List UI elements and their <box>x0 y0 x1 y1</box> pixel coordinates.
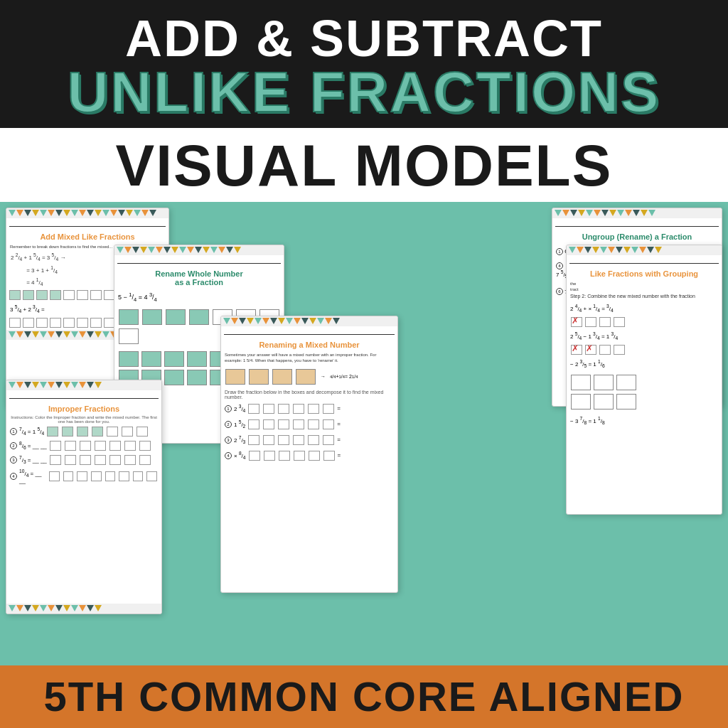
fbox-12 <box>50 318 61 328</box>
fbox-15 <box>90 318 102 328</box>
bunting-5 <box>221 316 397 326</box>
improper-problem-4: 4 10/4 = __ __ <box>6 467 161 486</box>
improper-problem-2: 2 8/6 = __ __ <box>6 439 161 453</box>
improper-problem-3: 3 7/3 = __ __ <box>6 453 161 467</box>
tri-9 <box>71 210 78 216</box>
worksheet-renaming: Renaming a Mixed Number Sometimes your a… <box>220 316 398 593</box>
bunting-2 <box>114 245 284 255</box>
renaming-p4: 4 × 8/4 = <box>221 448 397 464</box>
renaming-instruction: Draw the fraction below in the boxes and… <box>221 388 397 401</box>
tri-4 <box>32 210 39 216</box>
renaming-visual: → 4/4 + 1/4 = 2 1/4 <box>221 365 397 388</box>
renaming-p3: 3 2 7/3 = <box>221 432 397 448</box>
main-container: ADD & SUBTRACT UNLIKE FRACTIONS VISUAL M… <box>0 0 728 728</box>
fbox-6 <box>77 290 88 300</box>
like-eq-4: − 3 7/8 = 1 1/8 <box>567 414 722 427</box>
like-boxes-1: ✗ <box>567 315 722 329</box>
tri-3 <box>24 210 31 216</box>
ws-like-fractions-title: Like Fractions with Grouping <box>567 267 722 279</box>
name-line-6 <box>569 257 719 264</box>
worksheet-like-fractions: Like Fractions with Grouping the tract S… <box>566 245 722 515</box>
tri-5 <box>40 210 47 216</box>
tri-14 <box>110 210 117 216</box>
name-line-3 <box>9 392 159 399</box>
header-line2: UNLIKE FRACTIONS <box>68 64 661 121</box>
header: ADD & SUBTRACT UNLIKE FRACTIONS <box>0 0 728 128</box>
tri-2 <box>16 210 23 216</box>
tri-18 <box>141 210 149 216</box>
fbox-2 <box>23 290 34 300</box>
renaming-p2: 2 1 5/2 = <box>221 417 397 432</box>
like-eq-2: 2 5/4 − 1 3/4 = 1 3/4 <box>567 329 722 343</box>
like-boxes-3 <box>567 370 722 414</box>
tri-15 <box>118 210 125 216</box>
tri-12 <box>95 210 102 216</box>
fbox-9 <box>9 318 21 328</box>
visual-models-title: VISUAL MODELS <box>116 136 613 195</box>
tri-11 <box>87 210 94 216</box>
fbox-14 <box>77 318 88 328</box>
like-boxes-2: ✗ ✗ <box>567 343 722 357</box>
tri-19 <box>149 210 156 216</box>
fbox-7 <box>90 290 102 300</box>
ws-ungroup-title: Ungroup (Rename) a Fraction <box>552 230 722 242</box>
tri-7 <box>55 210 63 216</box>
like-eq-1: 2 4/4 + × 1/4 = 3/4 <box>567 301 722 315</box>
rename-eq: 5 − 1/4 = 4 3/4 <box>114 288 284 306</box>
bunting-3b <box>6 604 161 614</box>
bunting-6 <box>567 245 722 255</box>
worksheet-improper: Improper Fractions Instructions: Color t… <box>6 380 162 614</box>
fbox-3 <box>36 290 48 300</box>
name-line-2 <box>117 257 281 264</box>
ws-add-mixed-title: Add Mixed Like Fractions <box>6 230 168 242</box>
ws-renaming-desc: Sometimes your answer will have a mixed … <box>221 350 397 365</box>
name-line-5 <box>224 328 395 335</box>
fbox-4 <box>50 290 61 300</box>
fbox-10 <box>23 318 34 328</box>
tri-10 <box>79 210 86 216</box>
visual-models-band: VISUAL MODELS <box>0 128 728 202</box>
like-eq-3: − 2 3/5 = 1 1/6 <box>567 357 722 370</box>
bunting-4 <box>552 208 722 218</box>
ws-improper-title: Improper Fractions <box>6 402 161 414</box>
footer-text: 5TH COMMON CORE ALIGNED <box>44 676 685 717</box>
improper-problem-1: 1 7/4 = 1 5/4 <box>6 424 161 439</box>
bunting-3 <box>6 380 161 390</box>
fbox-5 <box>63 290 75 300</box>
name-line-1 <box>9 220 166 227</box>
fbox-13 <box>63 318 75 328</box>
fbox-1 <box>9 290 21 300</box>
ws-renaming-title: Renaming a Mixed Number <box>221 338 397 350</box>
tri-17 <box>134 210 141 216</box>
tri-8 <box>63 210 70 216</box>
header-line1: ADD & SUBTRACT <box>125 13 603 64</box>
name-line-4 <box>555 220 719 227</box>
tri-6 <box>48 210 55 216</box>
tri-13 <box>102 210 109 216</box>
tri-1 <box>9 210 16 216</box>
bunting-1 <box>6 208 168 218</box>
footer: 5TH COMMON CORE ALIGNED <box>0 665 728 728</box>
tri-16 <box>126 210 133 216</box>
ws-improper-instructions: Instructions: Color the Improper fractio… <box>6 414 161 424</box>
renaming-p1: 1 2 3/4 = <box>221 401 397 417</box>
ws-like-content: the tract Step 2: Combine the new mixed … <box>567 279 722 301</box>
content-area: Add Mixed Like Fractions Remember to bre… <box>0 202 728 665</box>
fbox-11 <box>36 318 48 328</box>
ws-rename-title: Rename Whole Numberas a Fraction <box>114 267 284 288</box>
